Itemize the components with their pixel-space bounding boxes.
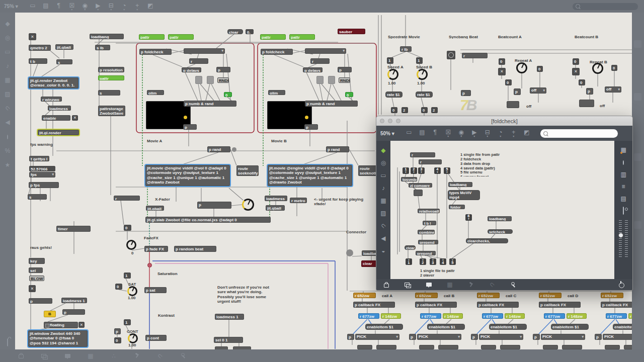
4[interactable]: ▼4 — [440, 258, 446, 265]
fps[interactable]: fps▾ — [29, 172, 55, 177]
prepend-read[interactable]: prepend read — [416, 251, 436, 255]
52-57066[interactable]: 52.57066 — [29, 166, 55, 171]
half-circle-icon[interactable]: ◒ — [381, 248, 385, 254]
ui-objects-icon[interactable]: ▭ — [5, 49, 10, 55]
0[interactable]: 0 — [505, 79, 512, 85]
p-foldcheck[interactable]: p foldcheck — [261, 49, 293, 55]
s-lb[interactable]: s lb — [95, 45, 110, 50]
float-zoom-level[interactable]: 50% ▾ — [380, 131, 394, 136]
p-sub[interactable]: p — [347, 334, 354, 340]
floating-attrui[interactable]: floating — [44, 322, 78, 328]
r-schoid842[interactable]: r schoid842 — [419, 159, 442, 164]
2[interactable]: 2▼ — [411, 167, 417, 174]
0[interactable]: 0 — [537, 66, 543, 72]
relativepath[interactable]: relativepath — [418, 209, 440, 213]
toggle-beatcount-a[interactable]: × — [498, 68, 506, 75]
obj[interactable] — [233, 346, 251, 349]
obj[interactable] — [481, 345, 496, 349]
p-delays[interactable]: p delays — [303, 67, 323, 72]
syncbang-button[interactable] — [447, 51, 455, 59]
jit-qball[interactable]: jit.qball — [266, 205, 285, 211]
r-schoid842fold[interactable]: r schoid842fold — [410, 152, 435, 157]
pattr-zwob1[interactable]: pattr zwoB1 — [289, 34, 315, 40]
layers-icon[interactable] — [38, 352, 50, 360]
blow[interactable]: BLOW — [29, 276, 44, 281]
0[interactable]: 0 — [224, 92, 232, 97]
p-callback-fx[interactable]: p callback FX — [539, 302, 581, 308]
add-object-icon[interactable]: +▾ — [507, 129, 520, 137]
right-sidebar-faded-icon[interactable] — [634, 93, 641, 101]
audio-icon[interactable]: ◎ — [5, 35, 10, 41]
s-metro[interactable]: s metro — [56, 59, 72, 64]
dot[interactable] — [232, 147, 236, 152]
speaker-icon[interactable]: ◀ — [381, 235, 385, 241]
speed-a-dial[interactable] — [387, 69, 398, 80]
comment-icon[interactable]: ¶ — [429, 129, 442, 137]
loadmess-1[interactable]: loadmess 1 — [61, 298, 87, 303]
3[interactable]: 3▼ — [418, 167, 425, 174]
1[interactable]: 1 — [387, 57, 393, 64]
playbar-icon[interactable]: ▶▾ — [92, 3, 105, 11]
loadbang[interactable]: loadbang — [488, 216, 512, 221]
p-fullscreen[interactable]: p fullscreen — [29, 298, 52, 304]
p-fade-fx[interactable]: p fade FX — [144, 246, 168, 252]
add-object-icon[interactable]: +▾ — [131, 3, 144, 11]
dial-icon[interactable]: ◔▾ — [118, 3, 131, 11]
jit-movie-b[interactable]: jit.movie @engine viddll @vol 0 @adapt 0… — [268, 165, 352, 186]
6[interactable]: 6▼ — [465, 214, 472, 221]
p-sub[interactable]: p — [471, 334, 478, 340]
p[interactable]: p — [216, 67, 230, 72]
sq[interactable] — [207, 76, 214, 84]
timer[interactable]: timer — [56, 226, 91, 232]
toggle-icon[interactable]: ◉▾ — [455, 129, 468, 137]
obj[interactable] — [562, 345, 582, 349]
repeat-a-dial[interactable] — [516, 62, 527, 73]
number-box-icon[interactable]: ⊟▾ — [105, 3, 118, 11]
0[interactable]: 0 — [499, 58, 505, 65]
hammer-icon[interactable] — [131, 352, 143, 360]
1[interactable]: 1 — [416, 57, 423, 64]
main-search-input[interactable] — [573, 3, 638, 10]
p[interactable]: p — [514, 88, 521, 95]
toggle-icon[interactable]: ◉▾ — [78, 3, 92, 11]
pattr-zwoa1[interactable]: pattr zwoA1 — [168, 34, 194, 40]
jit-gl-render-zwobot[interactable]: jit.gl.render Zwobot @erase_color 0. 0. … — [29, 77, 78, 88]
receive-677zw[interactable]: r 677zw — [358, 313, 379, 319]
toggle-enable[interactable]: × — [72, 115, 78, 121]
rate-1[interactable]: rate $1 — [416, 92, 433, 98]
p[interactable]: p — [586, 88, 593, 95]
loadbang[interactable]: loadbang — [90, 34, 124, 39]
jit-window-zwobot[interactable]: jit.window Zwobot 440 340 @fsmenubar 0 @… — [28, 330, 88, 347]
enableitem-message[interactable]: enableitem $1 — [365, 324, 403, 330]
p[interactable]: p — [461, 90, 471, 96]
0[interactable]: 0 — [114, 337, 121, 343]
1[interactable]: 1 — [124, 273, 131, 279]
image-icon[interactable]: ▨ — [380, 210, 386, 216]
pattr-zwores[interactable]: pattr zwoRES — [98, 75, 124, 80]
p-delays[interactable]: p delays — [182, 67, 201, 72]
t-b-erase[interactable]: t b erase — [29, 58, 47, 64]
pattr-singa1[interactable]: pattr singA1 — [139, 34, 165, 40]
p-werkstatt[interactable]: p werkstatt — [62, 309, 85, 315]
p-resolution[interactable]: p resolution — [98, 67, 124, 72]
main-zoom-level[interactable]: 75% ▾ — [4, 4, 18, 9]
paint-mode-icon[interactable]: ◩ — [520, 129, 533, 137]
p-numb-rand[interactable]: p numb & rand — [305, 101, 358, 107]
t-b-l[interactable]: t b l — [423, 221, 436, 225]
speaker-icon[interactable]: ◀ — [5, 119, 10, 125]
toggle-erase[interactable]: × — [29, 33, 36, 40]
s-dimnode[interactable]: s dimnode — [98, 90, 120, 96]
enableitem-message[interactable]: enableitem $1 — [489, 324, 527, 330]
jit-gl-slab[interactable]: jit.gl.slab Zwobot @file co.normal.jxs @… — [145, 217, 271, 223]
r-winzwo[interactable]: r winzwo — [41, 97, 62, 102]
setcheck-8226[interactable]: setcheck 8226 — [488, 229, 513, 234]
loadmess-1[interactable]: loadmess 1 — [215, 314, 244, 320]
obj[interactable] — [357, 345, 372, 349]
t-getfps-l[interactable]: t getfps l — [29, 156, 49, 161]
jit-gl-render-preview[interactable]: jit.gl.render Preview — [38, 130, 79, 135]
p-callback-fx[interactable]: p callback FX — [601, 302, 632, 308]
off[interactable]: off▾ — [530, 87, 546, 94]
obj[interactable] — [605, 345, 620, 349]
rndm[interactable]: RNDM — [217, 77, 229, 83]
prepend-read[interactable]: prepend read — [418, 240, 438, 244]
